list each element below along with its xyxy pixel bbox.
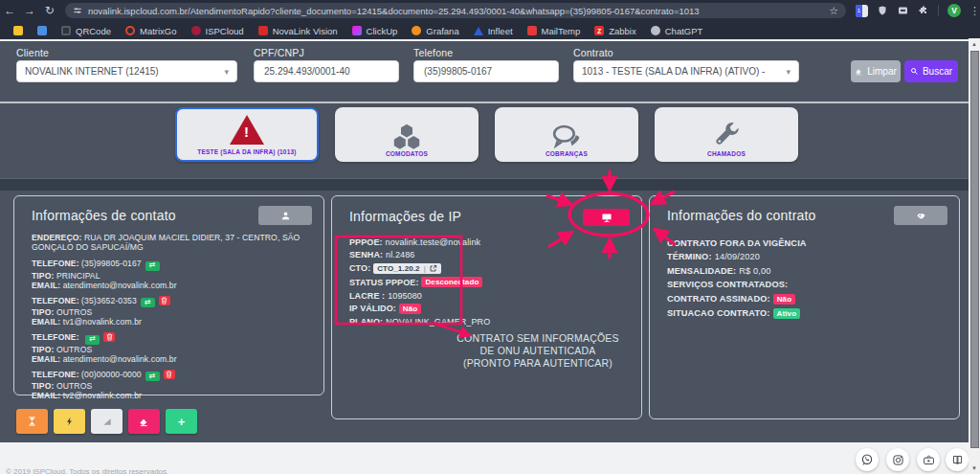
trash-icon xyxy=(166,371,172,378)
monitor-icon xyxy=(601,213,612,223)
bookmark-grafana[interactable]: Grafana xyxy=(412,26,458,36)
cliente-value: NOVALINK INTERNET (12415) xyxy=(25,66,159,77)
bookmark-clickup[interactable]: ClickUp xyxy=(352,26,398,36)
forward-icon[interactable]: → xyxy=(20,4,40,17)
card-chamados[interactable]: CHAMADOS xyxy=(655,107,798,162)
card-label: TESTE (SALA DA INFRA) (1013) xyxy=(177,148,317,155)
card-comodatos[interactable]: COMODATOS xyxy=(335,107,479,162)
blog-button[interactable] xyxy=(946,448,969,471)
swap-phone-button[interactable]: ⇄ xyxy=(145,372,160,381)
cto-value: CTO_1.20.2 xyxy=(377,264,419,273)
section-divider-line xyxy=(0,102,969,103)
add-contact-button[interactable]: + xyxy=(166,409,197,434)
telefone-input[interactable] xyxy=(422,65,550,78)
pppoe-value: novalink.teste@novalink xyxy=(386,237,481,247)
buscar-button[interactable]: Buscar xyxy=(904,60,958,82)
delete-phone-button[interactable] xyxy=(164,370,175,379)
password-extension-icon[interactable]: 1 xyxy=(856,5,868,17)
back-icon[interactable]: ← xyxy=(0,4,20,17)
quick-access-cards: ! TESTE (SALA DA INFRA) (1013) COMODATOS… xyxy=(175,107,798,162)
swap-phone-button[interactable]: ⇄ xyxy=(145,261,160,271)
grafana-favicon xyxy=(412,26,421,35)
bookmark-star-icon[interactable]: ☆ xyxy=(829,5,838,17)
onu-monitor-button[interactable] xyxy=(583,209,630,226)
site-info-icon[interactable] xyxy=(73,6,82,15)
ispcloud-favicon xyxy=(191,26,201,35)
profile-avatar[interactable]: V xyxy=(947,4,961,17)
instagram-button[interactable] xyxy=(886,448,909,471)
phone-entry: TELEFONE: (00)00000-0000⇄ TIPO: OUTROS E… xyxy=(32,370,310,401)
ip-panel-title: Informações de IP xyxy=(349,209,461,224)
card-label: COMODATOS xyxy=(335,150,479,157)
plano-label: PLANO: xyxy=(349,317,383,327)
wallet-extension-icon[interactable] xyxy=(897,5,909,16)
bookmark-app-icon[interactable] xyxy=(37,26,47,35)
bookmark-folder-icon[interactable] xyxy=(13,26,23,35)
email-value: tv2@novalink.com.br xyxy=(63,391,142,400)
extensions-puzzle-icon[interactable] xyxy=(918,5,929,16)
email-value: atendimento@novalink.com.br xyxy=(63,281,177,290)
bookmark-qrcode[interactable]: QRCode xyxy=(61,26,111,36)
tv-button[interactable] xyxy=(917,448,940,471)
bookmark-zabbix[interactable]: ZZabbix xyxy=(594,26,636,36)
address-bar[interactable]: novalink.ispcloud.com.br/AtendimentoRapi… xyxy=(65,3,846,18)
signal-button[interactable] xyxy=(91,409,122,434)
cto-link-badge[interactable]: CTO_1.20.2 | xyxy=(373,263,441,274)
cpf-field[interactable] xyxy=(254,60,399,82)
contract-panel-title: Informações do contrato xyxy=(667,208,816,223)
delete-phone-button[interactable] xyxy=(159,296,170,305)
termino-value: 14/09/2020 xyxy=(715,252,760,261)
cliente-select[interactable]: NOVALINK INTERNET (12415) ▾ xyxy=(16,60,237,82)
clear-button[interactable] xyxy=(128,409,160,434)
termino-label: TÉRMINO: xyxy=(667,252,712,261)
telefone-field[interactable] xyxy=(413,60,559,82)
assinado-label: CONTRATO ASSINADO: xyxy=(667,294,770,304)
card-cobrancas[interactable]: COBRANÇAS xyxy=(495,107,638,162)
contrato-select[interactable]: 1013 - TESTE (SALA DA INFRA) (ATIVO) - ▾ xyxy=(573,60,799,82)
tipo-label: TIPO: xyxy=(32,307,54,317)
card-label: COBRANÇAS xyxy=(495,150,638,157)
email-label: EMAIL: xyxy=(32,317,60,327)
bookmark-mailtemp[interactable]: MailTemp xyxy=(527,26,581,36)
bookmark-chatgpt[interactable]: ChatGPT xyxy=(651,26,703,36)
email-label: EMAIL: xyxy=(32,354,60,364)
zabbix-favicon: Z xyxy=(594,26,604,35)
cpf-input[interactable] xyxy=(262,65,390,78)
qrcode-favicon xyxy=(61,26,71,35)
card-contract-teste-sala-da-infra[interactable]: ! TESTE (SALA DA INFRA) (1013) xyxy=(175,107,319,162)
pppoe-label: PPPOE: xyxy=(349,237,383,247)
page-scrollbar[interactable]: ▲ ▼ xyxy=(969,38,980,474)
history-button[interactable] xyxy=(16,409,48,434)
limpar-button[interactable]: Limpar xyxy=(851,60,901,82)
whatsapp-button[interactable] xyxy=(856,448,879,471)
url-text[interactable]: novalink.ispcloud.com.br/AtendimentoRapi… xyxy=(88,6,823,16)
telefone-value: (00)00000-0000 xyxy=(81,370,142,379)
caret-down-icon: ▾ xyxy=(786,67,791,77)
bookmark-novalink-vision[interactable]: NovaLink Vision xyxy=(258,26,338,36)
energy-button[interactable] xyxy=(54,409,85,434)
scroll-down-icon[interactable]: ▼ xyxy=(969,463,980,474)
shield-extension-icon[interactable] xyxy=(877,5,888,16)
extension-badge: 1 xyxy=(856,5,862,17)
contract-info-panel: Informações do contrato CONTRATO FORA DA… xyxy=(649,195,960,419)
contact-person-button[interactable] xyxy=(258,206,312,225)
tipo-label: TIPO: xyxy=(32,381,54,391)
bookmark-matrixgo[interactable]: MatrixGo xyxy=(125,26,177,36)
bookmark-infleet[interactable]: Infleet xyxy=(474,26,513,36)
reload-icon[interactable]: ↻ xyxy=(39,4,59,17)
limpar-label: Limpar xyxy=(867,66,897,77)
scrollbar-thumb[interactable] xyxy=(970,51,979,448)
ip-valido-label: IP VÁLIDO: xyxy=(349,304,396,313)
swap-phone-button[interactable]: ⇄ xyxy=(85,335,100,345)
swap-phone-button[interactable]: ⇄ xyxy=(141,298,155,307)
contract-handshake-button[interactable] xyxy=(894,206,947,225)
delete-phone-button[interactable] xyxy=(103,332,115,342)
scroll-up-icon[interactable]: ▲ xyxy=(969,38,980,50)
bookmark-ispcloud[interactable]: ISPCloud xyxy=(191,26,244,36)
cto-label: CTO: xyxy=(349,263,370,273)
person-icon xyxy=(280,211,291,221)
browser-menu-icon[interactable]: ⋮ xyxy=(969,5,980,17)
email-value: atendimento@novalink.com.br xyxy=(63,354,177,364)
wrench-icon xyxy=(711,114,742,152)
trash-icon xyxy=(161,297,167,305)
